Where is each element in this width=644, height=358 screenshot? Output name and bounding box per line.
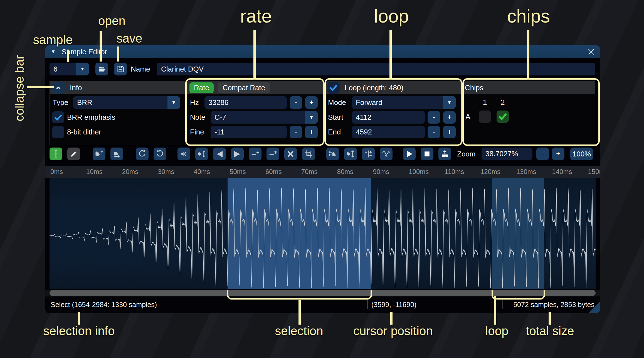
annotation-line (494, 296, 496, 325)
chevron-down-icon[interactable]: ▼ (76, 63, 89, 75)
zoom-label: Zoom (457, 148, 475, 160)
annotation-line (117, 46, 119, 62)
ruler-tick-label: 150ms (588, 168, 600, 176)
info-panel-header: Info (50, 81, 186, 94)
close-icon[interactable] (587, 47, 596, 56)
annotation-collapse-bar: collapse bar (13, 44, 26, 133)
annotation-line (253, 30, 256, 79)
normalize-button[interactable] (195, 148, 208, 160)
amplify-icon (180, 150, 188, 158)
play-button[interactable] (403, 148, 416, 160)
redo-button[interactable] (154, 148, 166, 160)
annotation-selection-info: selection info (37, 324, 121, 338)
ruler-tick-label: 90ms (373, 168, 389, 176)
fade-out-button[interactable] (231, 148, 244, 160)
ruler-tick-label: 50ms (230, 168, 246, 176)
annotation-rate: rate (228, 6, 284, 27)
ruler-tick-label: 130ms (516, 168, 536, 176)
window-resize-grip[interactable] (588, 301, 600, 313)
filter-button[interactable] (380, 148, 393, 160)
signedness-button[interactable] (362, 148, 375, 160)
invert-button[interactable] (344, 148, 357, 160)
filter-icon (382, 150, 390, 158)
undo-icon (138, 150, 146, 158)
amplify-button[interactable] (177, 148, 190, 160)
ruler-tick-label: 10ms (86, 168, 103, 176)
annotation-outline-rate (185, 78, 324, 146)
status-divider (502, 300, 503, 309)
annotation-line (67, 50, 69, 62)
annotation-line (389, 30, 392, 79)
ruler-tick-label: 40ms (194, 168, 210, 176)
reverse-button[interactable] (326, 148, 339, 160)
trim-icon (304, 150, 313, 158)
waveform-trace (50, 178, 596, 289)
waveform-view[interactable] (50, 178, 596, 289)
delete-icon (287, 150, 295, 158)
time-ruler[interactable]: 0ms10ms20ms30ms40ms50ms60ms70ms80ms90ms1… (45, 166, 600, 178)
select-button[interactable] (50, 148, 62, 160)
screenshot-stage: ▼ Sample Editor 6 ▼ Name Clarinet DQV (0, 0, 644, 358)
floppy-save-icon (117, 65, 124, 73)
zoom-reset-button[interactable]: 100% (570, 148, 593, 160)
name-input[interactable]: Clarinet DQV (157, 63, 595, 75)
status-selection: Select (1654-2984: 1330 samples) (51, 301, 157, 309)
apply-silence-button[interactable] (267, 148, 279, 160)
fade-in-icon (215, 150, 224, 158)
delete-button[interactable] (284, 148, 297, 160)
annotation-save: save (102, 31, 157, 45)
resample-button[interactable] (93, 148, 105, 160)
folder-open-icon (98, 65, 106, 73)
ruler-tick-label: 60ms (265, 168, 282, 176)
upload-button[interactable] (438, 148, 451, 160)
draw-icon (70, 150, 78, 158)
ruler-tick-label: 70ms (301, 168, 318, 176)
dither-row[interactable]: 8-bit dither (50, 126, 186, 138)
upload-icon (441, 150, 449, 158)
status-cursor-position: (3599, -11690) (371, 301, 416, 309)
fade-in-button[interactable] (213, 148, 226, 160)
dither-checkbox[interactable] (52, 126, 64, 138)
chevron-down-icon: ▼ (167, 96, 180, 109)
annotation-open: open (84, 14, 140, 28)
titlebar[interactable]: ▼ Sample Editor (45, 45, 600, 58)
insert-silence-button[interactable] (249, 148, 261, 160)
annotation-selection: selection (257, 324, 341, 338)
signedness-icon (364, 150, 372, 158)
invert-icon (346, 150, 355, 158)
annotation-line (78, 312, 80, 325)
brr-emphasis-checkbox[interactable] (52, 111, 64, 123)
check-icon (54, 113, 63, 122)
select-icon (52, 150, 60, 158)
sample-number-value: 6 (50, 63, 76, 75)
status-total-size: 5072 samples, 2853 bytes (513, 301, 594, 309)
chevron-up-icon (55, 84, 62, 91)
window-collapse-icon[interactable]: ▼ (51, 49, 56, 55)
ruler-tick-label: 120ms (480, 168, 500, 176)
type-dropdown[interactable]: BRR ▼ (73, 96, 180, 109)
ruler-tick-label: 140ms (552, 168, 572, 176)
zoom-input[interactable]: 38.7027% (482, 148, 532, 160)
toolbar: Zoom 38.7027% - + 100% (45, 148, 600, 160)
zoom-in-button[interactable]: + (552, 148, 564, 160)
reverse-icon (329, 150, 337, 158)
zoom-out-button[interactable]: - (536, 148, 549, 160)
brr-emphasis-row[interactable]: BRR emphasis (50, 111, 186, 124)
save-sample-button[interactable] (114, 63, 127, 75)
ruler-tick-label: 0ms (50, 168, 63, 176)
draw-button[interactable] (67, 148, 80, 160)
stop-button[interactable] (421, 148, 433, 160)
annotation-line (390, 312, 393, 325)
annotation-line (549, 312, 551, 325)
type-label: Type (53, 98, 68, 107)
info-panel: Info Type BRR ▼ BRR emphasis 8-bit dithe… (50, 81, 186, 145)
status-divider (367, 300, 368, 309)
stretch-button[interactable] (110, 148, 123, 160)
trim-button[interactable] (302, 148, 315, 160)
sample-number-select[interactable]: 6 ▼ (50, 63, 89, 75)
open-sample-button[interactable] (95, 63, 108, 75)
redo-icon (156, 150, 164, 158)
ruler-tick-label: 20ms (122, 168, 139, 176)
play-icon (405, 150, 413, 158)
undo-button[interactable] (136, 148, 149, 160)
